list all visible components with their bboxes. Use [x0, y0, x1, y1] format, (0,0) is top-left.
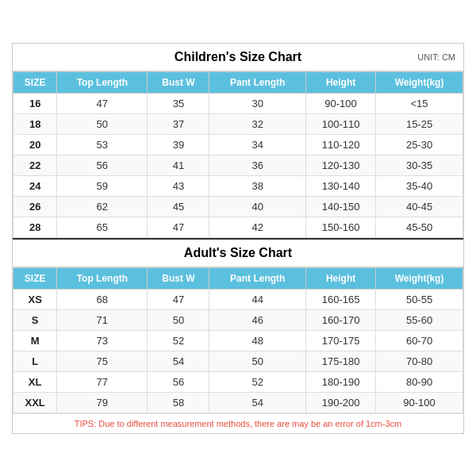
table-row: 24594338130-14035-40	[13, 175, 463, 196]
table-row: 28654742150-16045-50	[13, 217, 463, 237]
table-cell: L	[13, 351, 57, 371]
table-cell: 160-170	[306, 309, 376, 330]
table-cell: 44	[209, 289, 306, 309]
tips-row: TIPS: Due to different measurement metho…	[13, 413, 463, 433]
table-cell: 39	[148, 134, 209, 155]
table-cell: 180-190	[306, 371, 376, 392]
children-col-top-length: Top Length	[57, 71, 148, 93]
table-cell: 56	[148, 371, 209, 392]
table-cell: 34	[209, 134, 306, 155]
table-cell: 71	[57, 309, 148, 330]
table-cell: 47	[148, 217, 209, 237]
table-cell: 100-110	[306, 113, 376, 134]
children-col-weight: Weight(kg)	[376, 71, 463, 93]
table-cell: 190-200	[306, 392, 376, 413]
table-row: XXL795854190-20090-100	[13, 392, 463, 413]
table-cell: 53	[57, 134, 148, 155]
table-cell: 25-30	[376, 134, 463, 155]
table-cell: <15	[376, 93, 463, 113]
table-cell: 60-70	[376, 330, 463, 351]
table-cell: 47	[57, 93, 148, 113]
table-cell: 47	[148, 289, 209, 309]
table-cell: 43	[148, 175, 209, 196]
table-cell: XL	[13, 371, 57, 392]
table-cell: 24	[13, 175, 57, 196]
table-cell: 170-175	[306, 330, 376, 351]
table-cell: 37	[148, 113, 209, 134]
table-cell: 62	[57, 196, 148, 217]
table-cell: 42	[209, 217, 306, 237]
table-cell: 36	[209, 155, 306, 175]
adults-chart-title: Adult's Size Chart	[184, 246, 292, 259]
table-cell: 28	[13, 217, 57, 237]
table-cell: 38	[209, 175, 306, 196]
table-row: M735248170-17560-70	[13, 330, 463, 351]
table-cell: XS	[13, 289, 57, 309]
table-cell: 79	[57, 392, 148, 413]
table-cell: 20	[13, 134, 57, 155]
table-cell: 26	[13, 196, 57, 217]
table-cell: 58	[148, 392, 209, 413]
table-row: L755450175-18070-80	[13, 351, 463, 371]
table-cell: 35	[148, 93, 209, 113]
adults-col-pant: Pant Length	[209, 267, 306, 289]
table-cell: 35-40	[376, 175, 463, 196]
table-cell: XXL	[13, 392, 57, 413]
table-row: S715046160-17055-60	[13, 309, 463, 330]
table-row: 1647353090-100<15	[13, 93, 463, 113]
table-cell: 80-90	[376, 371, 463, 392]
table-cell: 45	[148, 196, 209, 217]
table-cell: 50	[57, 113, 148, 134]
table-cell: 48	[209, 330, 306, 351]
size-chart-container: Children's Size Chart UNIT: CM SIZE Top …	[12, 43, 464, 434]
table-row: 26624540140-15040-45	[13, 196, 463, 217]
children-header-row: SIZE Top Length Bust W Pant Length Heigh…	[13, 71, 463, 93]
table-cell: 41	[148, 155, 209, 175]
table-cell: S	[13, 309, 57, 330]
table-cell: 150-160	[306, 217, 376, 237]
adults-col-top-length: Top Length	[57, 267, 148, 289]
table-cell: M	[13, 330, 57, 351]
table-row: 22564136120-13030-35	[13, 155, 463, 175]
table-cell: 55-60	[376, 309, 463, 330]
table-row: XL775652180-19080-90	[13, 371, 463, 392]
table-cell: 30-35	[376, 155, 463, 175]
table-cell: 90-100	[376, 392, 463, 413]
table-cell: 59	[57, 175, 148, 196]
children-col-pant: Pant Length	[209, 71, 306, 93]
table-cell: 30	[209, 93, 306, 113]
adults-col-size: SIZE	[13, 267, 57, 289]
children-table: SIZE Top Length Bust W Pant Length Heigh…	[13, 71, 463, 238]
adults-title-row: Adult's Size Chart	[13, 238, 463, 267]
table-cell: 52	[148, 330, 209, 351]
table-cell: 40	[209, 196, 306, 217]
table-cell: 140-150	[306, 196, 376, 217]
table-cell: 75	[57, 351, 148, 371]
children-col-height: Height	[306, 71, 376, 93]
table-cell: 77	[57, 371, 148, 392]
table-cell: 22	[13, 155, 57, 175]
table-cell: 15-25	[376, 113, 463, 134]
table-cell: 54	[209, 392, 306, 413]
table-cell: 54	[148, 351, 209, 371]
table-cell: 70-80	[376, 351, 463, 371]
adults-header-row: SIZE Top Length Bust W Pant Length Heigh…	[13, 267, 463, 289]
table-cell: 56	[57, 155, 148, 175]
table-cell: 46	[209, 309, 306, 330]
children-col-size: SIZE	[13, 71, 57, 93]
adults-col-height: Height	[306, 267, 376, 289]
table-cell: 32	[209, 113, 306, 134]
tips-text: TIPS: Due to different measurement metho…	[75, 419, 401, 428]
table-cell: 40-45	[376, 196, 463, 217]
table-cell: 175-180	[306, 351, 376, 371]
table-cell: 90-100	[306, 93, 376, 113]
adults-col-bust: Bust W	[148, 267, 209, 289]
table-cell: 160-165	[306, 289, 376, 309]
unit-label: UNIT: CM	[417, 52, 455, 62]
table-cell: 110-120	[306, 134, 376, 155]
table-cell: 50	[148, 309, 209, 330]
table-row: 18503732100-11015-25	[13, 113, 463, 134]
adults-table: SIZE Top Length Bust W Pant Length Heigh…	[13, 267, 463, 413]
table-row: XS684744160-16550-55	[13, 289, 463, 309]
adults-col-weight: Weight(kg)	[376, 267, 463, 289]
